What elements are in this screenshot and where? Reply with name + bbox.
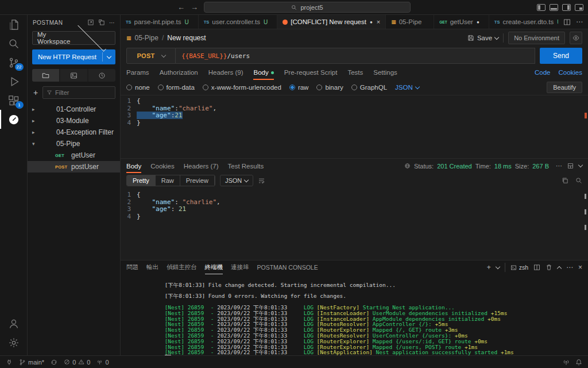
body-type-radio[interactable]: x-www-form-urlencoded (203, 84, 281, 91)
terminal-output[interactable]: [下午8:01:33] File change detected. Starti… (121, 274, 588, 355)
toggle-panel-icon[interactable] (550, 4, 558, 11)
back-icon[interactable]: ← (177, 3, 185, 12)
environment-selector[interactable]: No Environment (508, 32, 565, 44)
view-option[interactable]: Preview (180, 175, 215, 186)
save-button[interactable]: Save (467, 34, 498, 41)
request-tab[interactable]: Body (253, 65, 273, 80)
copy-response-icon[interactable] (562, 177, 568, 184)
panel-tab[interactable]: 終端機 (205, 260, 223, 274)
request-tab[interactable]: Headers (9) (208, 65, 243, 80)
forward-icon[interactable]: → (191, 3, 198, 12)
save-dropdown-icon[interactable] (494, 34, 499, 39)
editor-tab[interactable]: GET getUser ● (434, 15, 489, 29)
response-tab[interactable]: Test Results (228, 159, 264, 173)
beautify-button[interactable]: Beautify (547, 82, 582, 93)
ports-item[interactable]: 0 (96, 359, 109, 366)
radio-tower-icon[interactable] (563, 359, 570, 366)
split-editor-icon[interactable] (563, 18, 571, 26)
panel-tab[interactable]: 輸出 (146, 260, 158, 274)
collections-tab[interactable] (32, 69, 59, 82)
more-actions-icon[interactable]: ⋯ (109, 20, 115, 26)
body-type-radio[interactable]: raw (289, 84, 309, 91)
workspace-select[interactable]: My Workspace (32, 31, 115, 45)
request-tab[interactable]: Pre-request Script (284, 65, 338, 80)
request-tab[interactable]: Tests (347, 65, 363, 80)
notifications-bell-icon[interactable] (575, 359, 582, 366)
breadcrumb-collection[interactable]: 05-Pipe (135, 34, 158, 42)
request-tab[interactable]: Settings (373, 65, 397, 80)
explorer-icon[interactable] (0, 15, 28, 34)
new-terminal-icon[interactable]: + (487, 263, 491, 271)
body-type-radio[interactable]: GraphQL (351, 84, 387, 91)
source-control-icon[interactable]: 22 (0, 53, 28, 72)
panel-tab[interactable]: 問題 (126, 260, 138, 274)
method-select[interactable]: POST (126, 48, 176, 64)
response-language-dropdown[interactable]: JSON (220, 175, 253, 186)
send-button[interactable]: Send (540, 48, 582, 64)
request-tab[interactable]: Params (126, 65, 149, 80)
filter-input[interactable] (55, 89, 111, 96)
kill-terminal-icon[interactable] (546, 264, 552, 271)
tab-close-icon[interactable]: × (377, 18, 380, 25)
terminal-profile-dropdown-icon[interactable] (495, 264, 500, 269)
open-in-editor-icon[interactable] (87, 19, 94, 26)
problems-item[interactable]: 0 0 (64, 359, 90, 366)
request-tab[interactable]: Authorization (160, 65, 198, 80)
customize-layout-icon[interactable] (575, 4, 583, 11)
postman-icon[interactable] (0, 110, 28, 129)
url-input[interactable]: {{BASE_URL}}/users (176, 48, 535, 64)
add-icon[interactable]: + (32, 88, 39, 97)
response-tab[interactable]: Headers (7) (184, 159, 219, 173)
extensions-icon[interactable]: 1 (0, 91, 28, 110)
request-link[interactable]: Cookies (558, 69, 582, 76)
more-actions-icon[interactable]: ⋯ (576, 18, 583, 26)
panel-tab[interactable]: 偵錯主控台 (167, 260, 197, 274)
tree-item[interactable]: ▸ 04-Exception Filter (28, 126, 120, 138)
tree-item[interactable]: POST postUser (28, 161, 120, 172)
history-tab[interactable] (88, 69, 115, 82)
environments-tab[interactable] (60, 69, 87, 82)
tree-item[interactable]: ▸ 01-Controller (28, 103, 120, 115)
editor-tab[interactable]: TS parse-int.pipe.ts U (121, 15, 199, 29)
request-link[interactable]: Code (535, 69, 551, 76)
view-option[interactable]: Pretty (127, 175, 156, 186)
response-more-icon[interactable]: ⋯ (556, 162, 562, 170)
view-option[interactable]: Raw (156, 175, 180, 186)
panel-more-icon[interactable]: ⋯ (566, 263, 573, 271)
editor-tab[interactable]: [CONFLICT] New request ● × (277, 15, 386, 29)
search-response-icon[interactable] (575, 177, 582, 184)
accounts-icon[interactable] (0, 314, 28, 333)
panel-tab[interactable]: POSTMAN CONSOLE (257, 260, 318, 274)
tree-item[interactable]: GET getUser (28, 150, 120, 161)
close-panel-icon[interactable]: × (578, 263, 582, 271)
split-terminal-icon[interactable] (533, 264, 540, 271)
breadcrumb-request-name[interactable]: New request (167, 34, 206, 42)
response-tab[interactable]: Body (126, 159, 141, 173)
response-tab[interactable]: Cookies (150, 159, 175, 173)
new-request-dropdown-icon[interactable] (103, 56, 115, 58)
command-center[interactable]: project5 (204, 2, 411, 13)
remote-indicator[interactable] (6, 359, 13, 366)
tree-item[interactable]: ▾ 05-Pipe (28, 138, 120, 150)
language-dropdown[interactable]: JSON (395, 84, 419, 91)
search-icon[interactable] (0, 34, 28, 53)
toggle-secondary-sidebar-icon[interactable] (562, 4, 571, 11)
open-panel-icon[interactable] (567, 163, 574, 169)
panel-tab[interactable]: 連接埠 (231, 260, 249, 274)
body-type-radio[interactable]: none (126, 84, 150, 91)
run-debug-icon[interactable] (0, 72, 28, 91)
environment-quick-look-icon[interactable] (570, 32, 582, 44)
maximize-panel-icon[interactable] (557, 266, 562, 270)
body-type-radio[interactable]: binary (316, 84, 343, 91)
sync-icon[interactable] (51, 359, 57, 366)
body-type-radio[interactable]: form-data (158, 84, 195, 91)
settings-gear-icon[interactable] (0, 333, 28, 352)
word-wrap-icon[interactable] (258, 177, 265, 185)
editor-tab[interactable]: TS user.controller.ts U (199, 15, 278, 29)
response-body-editor[interactable]: 1 { 2 "name": "charlie", 3 "age": 21 4 } (121, 188, 588, 260)
git-branch-item[interactable]: main* (19, 359, 44, 366)
request-body-editor[interactable]: 1 { 2 "name":"charlie", 3 "age":21 4 } (121, 95, 588, 158)
tree-item[interactable]: ▸ 03-Module (28, 115, 120, 126)
collapse-response-icon[interactable] (578, 163, 583, 167)
toggle-sidebar-icon[interactable] (537, 4, 546, 11)
